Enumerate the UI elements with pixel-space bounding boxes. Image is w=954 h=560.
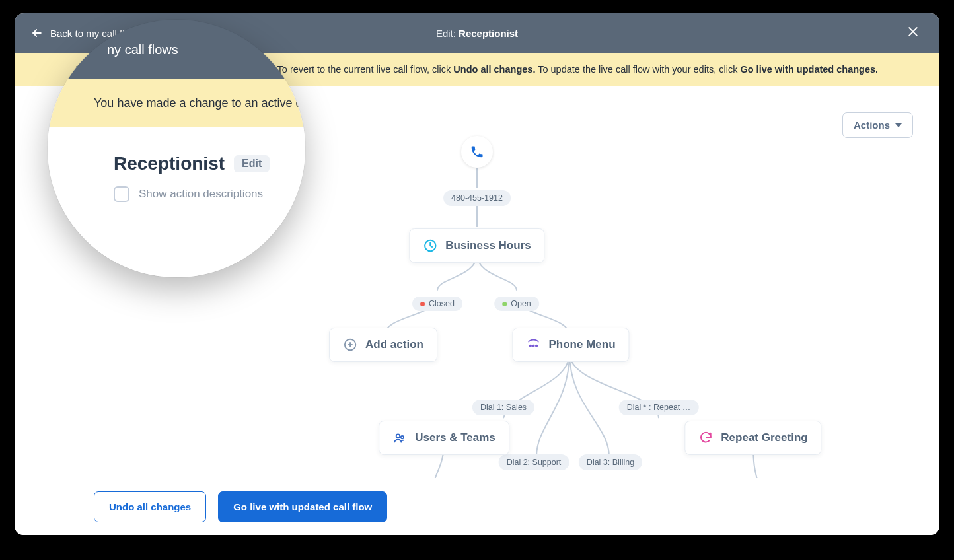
magnifier-banner-fragment: You have made a change to an active c	[48, 79, 305, 127]
edit-title-button[interactable]: Edit	[234, 155, 270, 172]
close-button[interactable]	[902, 21, 924, 45]
show-descriptions-checkbox[interactable]	[114, 186, 129, 202]
undo-all-button[interactable]: Undo all changes	[94, 491, 206, 522]
repeat-icon	[698, 431, 713, 445]
closed-chip[interactable]: Closed	[412, 297, 462, 311]
add-action-node[interactable]: Add action	[329, 328, 437, 362]
magnifier-callout: ny call flows You have made a change to …	[48, 20, 305, 277]
arrow-left-icon	[30, 26, 44, 40]
svg-point-7	[530, 345, 531, 347]
show-descriptions-label: Show action descriptions	[139, 188, 263, 201]
toolbar: Actions	[842, 112, 913, 138]
phone-menu-node[interactable]: Phone Menu	[512, 328, 629, 362]
menu-icon	[526, 337, 540, 352]
phone-number-pill[interactable]: 480-455-1912	[443, 190, 511, 206]
actions-dropdown[interactable]: Actions	[842, 112, 913, 138]
phone-node[interactable]	[461, 136, 493, 168]
go-live-button[interactable]: Go live with updated call flow	[218, 491, 387, 522]
footer-actions: Undo all changes Go live with updated ca…	[15, 478, 939, 535]
dial3-pill[interactable]: Dial 3: Billing	[579, 454, 642, 470]
close-icon	[906, 25, 920, 38]
actions-label: Actions	[854, 120, 890, 131]
users-teams-node[interactable]: Users & Teams	[379, 421, 509, 455]
flow-title: Receptionist	[114, 153, 225, 174]
svg-point-11	[401, 436, 404, 438]
status-dot-icon	[502, 302, 507, 306]
show-descriptions-row: Show action descriptions	[114, 186, 305, 202]
flow-title-row: Receptionist Edit	[114, 153, 305, 174]
business-hours-node[interactable]: Business Hours	[409, 228, 544, 263]
svg-point-8	[532, 345, 534, 347]
svg-point-10	[396, 435, 400, 438]
users-icon	[392, 431, 407, 445]
dialstar-pill[interactable]: Dial * : Repeat …	[619, 400, 699, 415]
app-window: Back to my call flows Edit: Receptionist…	[15, 13, 939, 535]
open-chip[interactable]: Open	[494, 297, 539, 311]
svg-point-9	[536, 345, 537, 347]
phone-icon	[470, 145, 484, 159]
dial1-pill[interactable]: Dial 1: Sales	[472, 400, 534, 415]
status-dot-icon	[420, 302, 425, 306]
plus-circle-icon	[343, 337, 357, 352]
clock-icon	[423, 238, 437, 253]
chevron-down-icon	[895, 123, 902, 127]
repeat-greeting-node[interactable]: Repeat Greeting	[684, 421, 821, 455]
dial2-pill[interactable]: Dial 2: Support	[499, 454, 569, 470]
